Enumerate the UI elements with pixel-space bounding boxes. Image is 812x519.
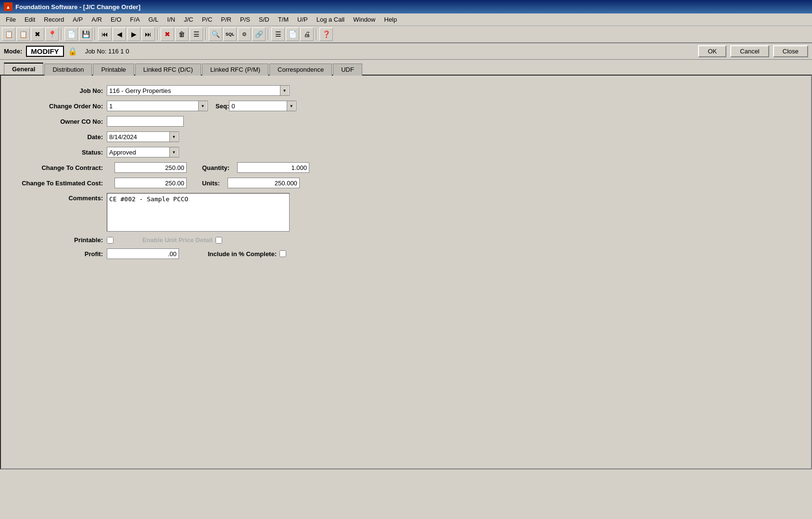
seq-input[interactable] [229, 101, 296, 111]
date-label: Date: [11, 133, 107, 141]
tab-linked-rfc-dc[interactable]: Linked RFC (D/C) [135, 64, 201, 76]
include-pct-complete-label: Include in % Complete: [208, 250, 277, 258]
job-no-select-wrapper: ▼ [107, 85, 290, 96]
pin-button[interactable]: 📍 [45, 27, 59, 41]
menu-help[interactable]: Help [381, 15, 401, 24]
mode-value: MODIFY [26, 46, 63, 57]
include-pct-complete-group: Include in % Complete: [208, 250, 286, 258]
menu-eo[interactable]: E/O [107, 15, 125, 24]
job-no-dropdown-arrow[interactable]: ▼ [280, 86, 289, 95]
mode-bar: Mode: MODIFY 🔒 Job No: 116 1 0 OK Cancel… [0, 43, 812, 60]
search-button[interactable]: 🔍 [209, 27, 222, 41]
menu-pr[interactable]: P/R [217, 15, 235, 24]
change-order-row: Change Order No: ▼ Seq: ▼ [1, 101, 811, 111]
tab-distribution[interactable]: Distribution [44, 64, 92, 76]
menu-up[interactable]: U/P [293, 15, 312, 24]
tab-container: General Distribution Printable Linked RF… [0, 60, 812, 75]
change-to-contract-input[interactable] [114, 162, 187, 173]
status-arrow[interactable]: ▼ [169, 147, 178, 157]
doc-button[interactable]: 📄 [286, 27, 299, 41]
mode-label: Mode: [4, 48, 22, 55]
prev-button[interactable]: ◀ [113, 27, 126, 41]
menu-ps[interactable]: P/S [236, 15, 254, 24]
cancel-button[interactable]: Cancel [730, 45, 769, 57]
menu-tm[interactable]: T/M [274, 15, 292, 24]
change-to-contract-label: Change To Contract: [11, 164, 107, 171]
profit-row: Profit: Include in % Complete: [1, 248, 811, 259]
content-area: Job No: ▼ Change Order No: ▼ Seq: ▼ Owne… [0, 75, 812, 469]
quantity-input[interactable] [237, 162, 309, 173]
delete-button[interactable]: 🗑 [175, 27, 189, 41]
enable-unit-price-label: Enable Unit Price Detail [142, 236, 213, 244]
date-input[interactable] [107, 131, 179, 142]
change-order-no-label: Change Order No: [11, 103, 107, 110]
units-input[interactable] [228, 178, 300, 188]
tab-printable[interactable]: Printable [93, 64, 134, 76]
list-button[interactable]: ☰ [190, 27, 203, 41]
change-order-no-arrow[interactable]: ▼ [198, 101, 207, 111]
tab-correspondence[interactable]: Correspondence [269, 64, 332, 76]
profit-label: Profit: [11, 250, 107, 258]
menu-log-call[interactable]: Log a Call [313, 15, 349, 24]
last-button[interactable]: ⏭ [141, 27, 155, 41]
network-button[interactable]: ⚙ [238, 27, 251, 41]
tab-udf[interactable]: UDF [333, 64, 362, 76]
owner-co-no-input[interactable] [107, 116, 184, 127]
close-button[interactable]: Close [773, 45, 808, 57]
help-button[interactable]: ❓ [319, 27, 333, 41]
job-no-display: Job No: 116 1 0 [85, 48, 129, 55]
menu-ar[interactable]: A/R [88, 15, 106, 24]
sql-button[interactable]: SQL [223, 27, 237, 41]
seq-label: Seq: [208, 103, 229, 110]
enable-unit-price-group: Enable Unit Price Detail [142, 236, 222, 244]
menu-in[interactable]: I/N [164, 15, 179, 24]
menu-record[interactable]: Record [40, 15, 68, 24]
comments-label: Comments: [11, 193, 107, 202]
enable-unit-price-checkbox[interactable] [216, 237, 222, 244]
seq-arrow[interactable]: ▼ [287, 101, 295, 111]
book-button[interactable]: 📋 [2, 27, 15, 41]
menu-fa[interactable]: F/A [126, 15, 143, 24]
sep5 [268, 28, 269, 40]
toolbar: 📋 📋 ✖ 📍 📄 💾 ⏮ ◀ ▶ ⏭ ✖ 🗑 ☰ 🔍 SQL ⚙ 🔗 ☰ 📄 … [0, 26, 812, 43]
change-to-est-cost-input[interactable] [114, 178, 187, 188]
tab-general[interactable]: General [4, 63, 43, 75]
menu-gl[interactable]: G/L [145, 15, 163, 24]
tab-linked-rfc-pm[interactable]: Linked RFC (P/M) [202, 64, 268, 76]
date-wrapper: ▼ [107, 131, 179, 142]
copy-button[interactable]: 📋 [16, 27, 30, 41]
menu-sd[interactable]: S/D [255, 15, 273, 24]
status-wrapper: ▼ [107, 147, 179, 157]
change-est-cost-row: Change To Estimated Cost: Units: [1, 178, 811, 188]
menu-jc[interactable]: J/C [180, 15, 197, 24]
comments-textarea[interactable]: CE #002 - Sample PCCO [107, 193, 290, 232]
cancel-x-button[interactable]: ✖ [161, 27, 174, 41]
new-button[interactable]: 📄 [64, 27, 78, 41]
profit-input[interactable] [107, 248, 179, 259]
job-no-input[interactable] [107, 85, 290, 96]
menu-file[interactable]: File [2, 15, 20, 24]
date-row: Date: ▼ [1, 131, 811, 142]
change-to-est-cost-label: Change To Estimated Cost: [11, 180, 107, 187]
menu-pc[interactable]: P/C [198, 15, 216, 24]
units-label: Units: [194, 180, 220, 187]
sep6 [316, 28, 317, 40]
first-button[interactable]: ⏮ [98, 27, 112, 41]
print-button[interactable]: 🖨 [300, 27, 314, 41]
menu-window[interactable]: Window [349, 15, 379, 24]
next-button[interactable]: ▶ [127, 27, 140, 41]
include-pct-complete-checkbox[interactable] [279, 250, 286, 257]
menu-ap[interactable]: A/P [69, 15, 87, 24]
menu2-button[interactable]: ☰ [271, 27, 285, 41]
menu-bar: File Edit Record A/P A/R E/O F/A G/L I/N… [0, 13, 812, 26]
printable-checkbox[interactable] [107, 237, 114, 244]
save-button[interactable]: 💾 [79, 27, 92, 41]
link-button[interactable]: 🔗 [252, 27, 266, 41]
ok-button[interactable]: OK [698, 45, 726, 57]
sep3 [157, 28, 158, 40]
close-x-button[interactable]: ✖ [31, 27, 44, 41]
date-arrow[interactable]: ▼ [169, 132, 178, 142]
status-input[interactable] [107, 147, 179, 157]
change-order-no-input[interactable] [107, 101, 208, 111]
menu-edit[interactable]: Edit [21, 15, 39, 24]
